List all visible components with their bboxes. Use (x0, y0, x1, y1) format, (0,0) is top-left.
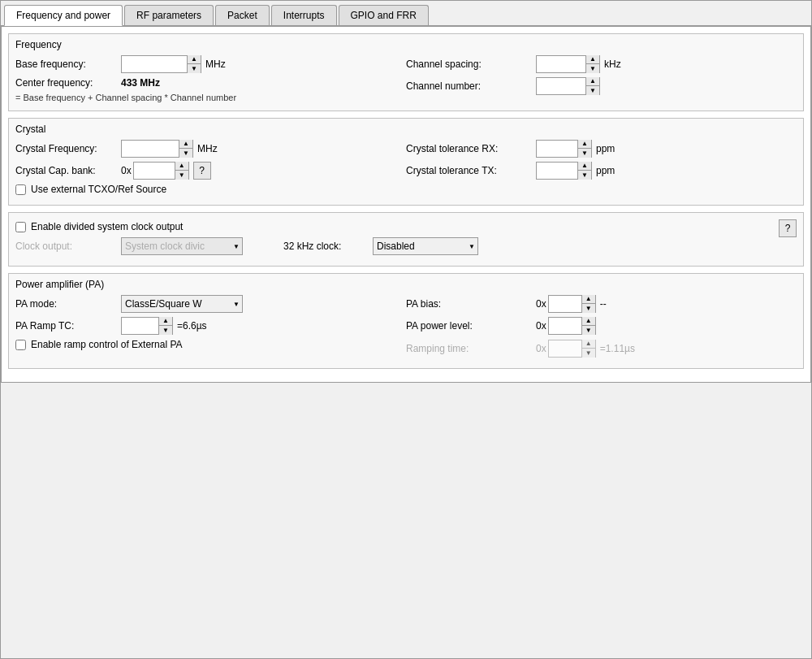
use-external-row: Use external TCXO/Ref Source (15, 184, 406, 195)
crystal-freq-down[interactable]: ▼ (179, 149, 192, 158)
crystal-cap-input[interactable]: 52 (134, 163, 175, 179)
crystal-tol-tx-spinbox[interactable]: 20.0 ▲ ▼ (536, 162, 592, 180)
base-frequency-spinbox[interactable]: 433.00000 ▲ ▼ (121, 55, 201, 73)
channel-spacing-input[interactable]: 250.00 (537, 56, 585, 72)
pa-mode-row: PA mode: ClassE/Square W ClassE/Switch L… (15, 295, 406, 313)
clock-output-row: Clock output: System clock divic 32 kHz … (15, 237, 797, 255)
clock-help-button[interactable]: ? (779, 219, 797, 237)
crystal-cap-row: Crystal Cap. bank: 0x 52 ▲ ▼ ? (15, 162, 406, 180)
crystal-freq-row: Crystal Frequency: 26.000 ▲ ▼ MHz (15, 140, 406, 158)
clock-output-label: Clock output: (15, 241, 121, 252)
enable-divided-row: Enable divided system clock output (15, 221, 797, 232)
main-container: Frequency and power RF parameters Packet… (0, 0, 812, 659)
crystal-cap-spinner[interactable]: ▲ ▼ (175, 162, 188, 180)
crystal-tol-rx-down[interactable]: ▼ (578, 149, 591, 158)
tab-rf-params[interactable]: RF parameters (124, 5, 214, 25)
channel-spacing-up[interactable]: ▲ (586, 55, 599, 64)
pa-ramp-down[interactable]: ▼ (159, 326, 172, 335)
pa-bias-dash: -- (600, 298, 607, 310)
tab-gpio-frr[interactable]: GPIO and FRR (339, 5, 429, 25)
crystal-tol-rx-spinbox[interactable]: 20.0 ▲ ▼ (536, 140, 592, 158)
pa-bias-prefix: 0x (536, 298, 546, 310)
pa-mode-select[interactable]: ClassE/Square W ClassE/Switch Linear (121, 295, 243, 313)
crystal-tol-tx-label: Crystal tolerance TX: (406, 165, 536, 176)
ramping-time-down[interactable]: ▼ (582, 349, 595, 358)
crystal-tol-tx-down[interactable]: ▼ (578, 171, 591, 180)
pa-power-prefix: 0x (536, 320, 546, 332)
pa-bias-input[interactable]: 0 (549, 296, 581, 312)
tab-interrupts[interactable]: Interrupts (271, 5, 337, 25)
tab-packet[interactable]: Packet (215, 5, 270, 25)
crystal-cap-help-button[interactable]: ? (193, 162, 211, 180)
base-frequency-up[interactable]: ▲ (188, 55, 201, 64)
crystal-tol-rx-spinner[interactable]: ▲ ▼ (577, 140, 591, 158)
pa-section-title: Power amplifier (PA) (15, 279, 797, 290)
pa-bias-spinner[interactable]: ▲ ▼ (581, 295, 595, 313)
crystal-freq-input[interactable]: 26.000 (122, 141, 179, 157)
enable-ramp-checkbox[interactable] (15, 340, 26, 350)
channel-number-input[interactable]: 0 (537, 78, 585, 94)
frequency-section-title: Frequency (15, 39, 797, 50)
clock-32k-select-wrapper[interactable]: Disabled Enabled (373, 237, 478, 255)
crystal-tol-rx-up[interactable]: ▲ (578, 140, 591, 149)
channel-spacing-unit: kHz (604, 59, 628, 70)
base-frequency-label: Base frequency: (15, 59, 121, 70)
ramping-time-input[interactable]: E (549, 340, 581, 357)
pa-power-label: PA power level: (406, 320, 536, 332)
channel-spacing-label: Channel spacing: (406, 59, 536, 70)
pa-power-spinner[interactable]: ▲ ▼ (581, 317, 595, 335)
pa-bias-up[interactable]: ▲ (582, 295, 595, 304)
crystal-cap-up[interactable]: ▲ (175, 162, 188, 171)
enable-divided-checkbox[interactable] (15, 222, 26, 232)
clock-output-select[interactable]: System clock divic (121, 237, 243, 255)
crystal-freq-up[interactable]: ▲ (179, 140, 192, 149)
pa-section: Power amplifier (PA) PA mode: ClassE/Squ… (8, 273, 804, 369)
pa-ramp-input[interactable]: 29 (122, 318, 158, 334)
crystal-tol-rx-input[interactable]: 20.0 (537, 141, 577, 157)
pa-mode-select-wrapper[interactable]: ClassE/Square W ClassE/Switch Linear (121, 295, 243, 313)
frequency-row1: Base frequency: 433.00000 ▲ ▼ MHz Center… (15, 55, 797, 104)
pa-ramp-spinbox[interactable]: 29 ▲ ▼ (121, 317, 173, 335)
channel-spacing-spinbox[interactable]: 250.00 ▲ ▼ (536, 55, 600, 73)
channel-spacing-down[interactable]: ▼ (586, 64, 599, 73)
pa-ramp-spinner[interactable]: ▲ ▼ (158, 317, 172, 335)
crystal-tol-tx-up[interactable]: ▲ (578, 162, 591, 171)
channel-number-spinner[interactable]: ▲ ▼ (585, 77, 599, 95)
channel-number-down[interactable]: ▼ (586, 86, 599, 95)
enable-divided-label: Enable divided system clock output (31, 221, 183, 232)
clock-output-select-wrapper[interactable]: System clock divic (121, 237, 243, 255)
crystal-freq-spinner[interactable]: ▲ ▼ (179, 140, 192, 158)
crystal-tol-tx-row: Crystal tolerance TX: 20.0 ▲ ▼ ppm (406, 162, 797, 180)
pa-power-up[interactable]: ▲ (582, 317, 595, 326)
pa-power-spinbox[interactable]: 7F ▲ ▼ (548, 317, 596, 335)
base-frequency-down[interactable]: ▼ (188, 64, 201, 73)
crystal-section: Crystal Crystal Frequency: 26.000 ▲ ▼ MH (8, 118, 804, 206)
clock-32k-select[interactable]: Disabled Enabled (373, 237, 478, 255)
ramping-time-up[interactable]: ▲ (582, 340, 595, 349)
channel-spacing-row: Channel spacing: 250.00 ▲ ▼ kHz (406, 55, 797, 73)
base-frequency-input[interactable]: 433.00000 (122, 56, 187, 72)
crystal-rows: Crystal Frequency: 26.000 ▲ ▼ MHz Crysta… (15, 140, 797, 198)
pa-bias-spinbox[interactable]: 0 ▲ ▼ (548, 295, 596, 313)
crystal-cap-label: Crystal Cap. bank: (15, 165, 121, 176)
crystal-freq-spinbox[interactable]: 26.000 ▲ ▼ (121, 140, 193, 158)
ramping-time-spinner[interactable]: ▲ ▼ (581, 340, 595, 358)
tab-bar: Frequency and power RF parameters Packet… (1, 1, 811, 26)
frequency-section: Frequency Base frequency: 433.00000 ▲ ▼ (8, 33, 804, 111)
channel-number-up[interactable]: ▲ (586, 77, 599, 86)
pa-ramp-up[interactable]: ▲ (159, 317, 172, 326)
crystal-cap-down[interactable]: ▼ (175, 171, 188, 180)
crystal-tol-rx-label: Crystal tolerance RX: (406, 143, 536, 154)
crystal-tol-tx-input[interactable]: 20.0 (537, 163, 577, 179)
crystal-cap-spinbox[interactable]: 52 ▲ ▼ (133, 162, 189, 180)
ramping-time-spinbox[interactable]: E ▲ ▼ (548, 340, 596, 358)
pa-power-input[interactable]: 7F (549, 318, 581, 334)
tab-freq-power[interactable]: Frequency and power (4, 5, 123, 26)
crystal-tol-tx-spinner[interactable]: ▲ ▼ (577, 162, 591, 180)
pa-power-down[interactable]: ▼ (582, 326, 595, 335)
channel-number-spinbox[interactable]: 0 ▲ ▼ (536, 77, 600, 95)
channel-spacing-spinner[interactable]: ▲ ▼ (585, 55, 599, 73)
pa-bias-down[interactable]: ▼ (582, 304, 595, 313)
use-external-checkbox[interactable] (15, 184, 26, 195)
base-frequency-spinner[interactable]: ▲ ▼ (187, 55, 201, 73)
